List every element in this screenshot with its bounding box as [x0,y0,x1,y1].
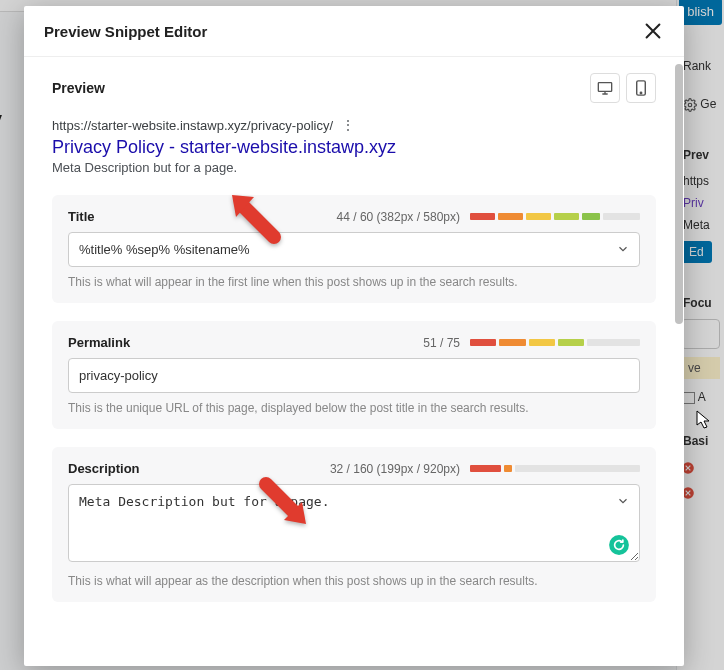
description-label: Description [68,461,140,476]
serp-preview: https://starter-website.instawp.xyz/priv… [52,117,656,175]
description-count: 32 / 160 (199px / 920px) [330,462,460,476]
description-input[interactable] [68,484,640,562]
grammarly-icon[interactable] [608,534,630,556]
permalink-field-block: Permalink 51 / 75 This is the unique URL… [52,321,656,429]
preview-heading: Preview [52,80,105,96]
title-input[interactable] [68,232,640,267]
mobile-preview-button[interactable] [626,73,656,103]
desktop-preview-button[interactable] [590,73,620,103]
serp-description: Meta Description but for a page. [52,160,656,175]
scrollbar-thumb[interactable] [675,64,683,324]
preview-snippet-modal: Preview Snippet Editor Preview https://s… [24,6,684,666]
chevron-down-icon[interactable] [616,494,630,508]
title-label: Title [68,209,95,224]
mobile-icon [636,80,646,96]
permalink-count: 51 / 75 [423,336,460,350]
serp-title: Privacy Policy - starter-website.instawp… [52,137,656,158]
permalink-helper: This is the unique URL of this page, dis… [68,401,640,415]
serp-url: https://starter-website.instawp.xyz/priv… [52,118,333,133]
svg-rect-3 [598,83,611,92]
description-field-block: Description 32 / 160 (199px / 920px) [52,447,656,602]
title-field-block: Title 44 / 60 (382px / 580px) [52,195,656,303]
title-meter [470,212,640,222]
modal-title: Preview Snippet Editor [44,23,207,40]
svg-point-5 [640,92,641,93]
title-helper: This is what will appear in the first li… [68,275,640,289]
title-count: 44 / 60 (382px / 580px) [337,210,460,224]
serp-more-icon[interactable]: ⋮ [341,117,355,133]
permalink-meter [470,338,640,348]
svg-point-6 [609,535,629,555]
permalink-input[interactable] [68,358,640,393]
permalink-label: Permalink [68,335,130,350]
desktop-icon [597,81,613,95]
chevron-down-icon[interactable] [616,242,630,256]
description-helper: This is what will appear as the descript… [68,574,640,588]
close-icon[interactable] [642,20,664,42]
description-meter [470,464,640,474]
